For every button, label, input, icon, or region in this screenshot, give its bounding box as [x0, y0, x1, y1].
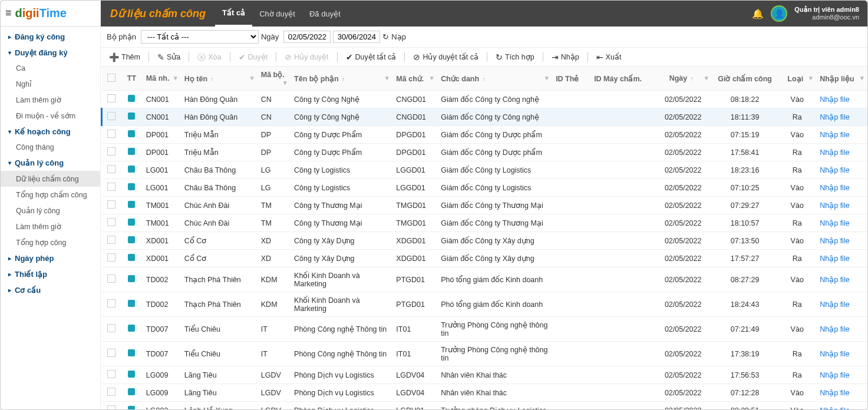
date-to-input[interactable] [333, 31, 380, 43]
col-dept[interactable]: Tên bộ phận ↑▾ [291, 67, 392, 91]
sidebar-group[interactable]: ▸Cơ cấu [1, 282, 100, 298]
sidebar-group[interactable]: ▾Quản lý công [1, 155, 100, 171]
filter-icon[interactable]: ▾ [430, 74, 434, 82]
input-link[interactable]: Nhập file [820, 300, 849, 309]
row-checkbox[interactable] [107, 324, 115, 332]
col-emp-code[interactable]: Mã nh.▾ [143, 67, 181, 91]
filter-icon[interactable]: ▾ [705, 74, 708, 82]
sidebar-item[interactable]: Quản lý công [1, 203, 100, 219]
table-row[interactable]: XD001Cổ CơXDCông ty Xây DựngXDGD01Giám đ… [102, 250, 868, 267]
sidebar-group[interactable]: ▸Ngày phép [1, 250, 100, 266]
table-row[interactable]: CN001Hàn Đông QuânCNCông ty Công NghệCNG… [102, 91, 868, 108]
input-link[interactable]: Nhập file [820, 113, 849, 121]
unapprove-all-button[interactable]: ⊘Hủy duyệt tất cả [411, 52, 481, 61]
export-button[interactable]: ⇤Xuất [594, 52, 624, 61]
filter-icon[interactable]: ▾ [385, 74, 389, 82]
sort-icon[interactable]: ↑ [691, 75, 694, 82]
sidebar-item[interactable]: Nghỉ [1, 76, 100, 92]
input-link[interactable]: Nhập file [820, 95, 849, 104]
row-checkbox[interactable] [107, 236, 115, 244]
input-link[interactable]: Nhập file [820, 406, 849, 409]
col-pos[interactable]: Chức danh ↑▾ [437, 67, 552, 91]
import-button[interactable]: ⇥Nhập [549, 52, 582, 61]
input-link[interactable]: Nhập file [820, 254, 849, 263]
sidebar-item[interactable]: Làm thêm giờ [1, 92, 100, 108]
row-checkbox[interactable] [107, 349, 115, 357]
input-link[interactable]: Nhập file [820, 371, 849, 379]
filter-icon[interactable]: ▾ [283, 79, 287, 87]
row-checkbox[interactable] [107, 405, 115, 409]
bell-icon[interactable]: 🔔 [752, 8, 764, 19]
reload-button[interactable]: ↻ Nạp [382, 32, 406, 41]
col-date[interactable]: Ngày ↑▾ [654, 67, 711, 91]
avatar[interactable]: 👤 [771, 5, 787, 22]
table-row[interactable]: DP001Triệu MẫnDPCông ty Dược PhẩmDPGD01G… [102, 144, 868, 161]
input-link[interactable]: Nhập file [820, 201, 849, 210]
sidebar-item[interactable]: Tổng hợp chấm công [1, 187, 100, 203]
approve-all-button[interactable]: ✔Duyệt tất cả [344, 52, 399, 61]
unapprove-button[interactable]: ⊘Hủy duyệt [282, 52, 331, 61]
row-checkbox[interactable] [107, 165, 115, 173]
sidebar-group[interactable]: ▸Thiết lập [1, 266, 100, 282]
sidebar-item[interactable]: Tổng hợp công [1, 234, 100, 250]
row-checkbox[interactable] [107, 218, 115, 226]
dept-select[interactable]: --- Tất cả --- [141, 30, 259, 44]
input-link[interactable]: Nhập file [820, 166, 849, 174]
col-type[interactable]: Loại▾ [778, 67, 816, 91]
filter-icon[interactable]: ▾ [250, 74, 254, 82]
sort-icon[interactable]: ↑ [342, 76, 345, 82]
input-link[interactable]: Nhập file [820, 148, 849, 157]
table-row[interactable]: LG001Châu Bá ThôngLGCông ty LogisticsLGG… [102, 161, 868, 179]
input-link[interactable]: Nhập file [820, 131, 849, 139]
row-checkbox[interactable] [107, 299, 115, 308]
input-link[interactable]: Nhập file [820, 350, 849, 358]
row-checkbox[interactable] [107, 112, 115, 120]
table-row[interactable]: DP001Triệu MẫnDPCông ty Dược PhẩmDPGD01G… [102, 126, 868, 144]
filter-icon[interactable]: ▾ [174, 74, 177, 82]
table-row[interactable]: CN001Hàn Đông QuânCNCông ty Công NghệCNG… [102, 108, 868, 126]
sidebar-item[interactable]: Đi muộn - về sớm [1, 108, 100, 124]
col-name[interactable]: Họ tên ↑▾ [181, 67, 258, 91]
sidebar-item[interactable]: Công tháng [1, 140, 100, 155]
table-row[interactable]: TD007Tiểu ChiêuITPhòng Công nghệ Thông t… [102, 317, 868, 342]
input-link[interactable]: Nhập file [820, 389, 849, 397]
date-from-input[interactable] [283, 31, 331, 43]
table-row[interactable]: TD002Thạch Phá ThiênKDMKhối Kinh Doanh v… [102, 267, 868, 292]
menu-toggle-icon[interactable]: ≡ [5, 7, 12, 19]
col-input[interactable]: Nhập liệu▾ [816, 67, 867, 91]
col-time[interactable]: Giờ chấm công [712, 67, 778, 91]
col-dept-code[interactable]: Mã bộ.▾ [258, 67, 291, 91]
row-checkbox[interactable] [107, 275, 115, 283]
input-link[interactable]: Nhập file [820, 276, 849, 284]
row-checkbox[interactable] [107, 130, 115, 138]
sidebar-group[interactable]: ▾Kế hoạch công [1, 124, 100, 140]
row-checkbox[interactable] [107, 183, 115, 191]
edit-button[interactable]: ✎Sửa [155, 52, 183, 61]
aggregate-button[interactable]: ↻Tích hợp [493, 52, 537, 61]
sidebar-item[interactable]: Ca [1, 61, 100, 76]
row-checkbox[interactable] [107, 94, 115, 102]
row-checkbox[interactable] [107, 200, 115, 209]
col-pos-code[interactable]: Mã chứ.▾ [392, 67, 437, 91]
select-all-checkbox[interactable] [107, 74, 115, 82]
row-checkbox[interactable] [107, 147, 115, 156]
delete-button[interactable]: ⓧXóa [195, 53, 223, 61]
table-row[interactable]: LG009Lăng TiêuLGDVPhòng Dịch vụ Logistic… [102, 366, 868, 384]
table-row[interactable]: LG009Lăng TiêuLGDVPhòng Dịch vụ Logistic… [102, 384, 868, 402]
sort-icon[interactable]: ↑ [483, 76, 486, 82]
table-row[interactable]: XD001Cổ CơXDCông ty Xây DựngXDGD01Giám đ… [102, 232, 868, 250]
input-link[interactable]: Nhập file [820, 325, 849, 333]
filter-icon[interactable]: ▾ [545, 74, 549, 82]
sidebar-group[interactable]: ▸Đăng ký công [1, 29, 100, 45]
sidebar-group[interactable]: ▾Duyệt đăng ký [1, 45, 100, 61]
header-tab[interactable]: Tất cả [215, 1, 252, 27]
filter-icon[interactable]: ▾ [860, 74, 864, 82]
filter-icon[interactable]: ▾ [809, 74, 813, 82]
user-block[interactable]: Quản trị viên admin8 admin8@ooc.vn [794, 6, 859, 21]
row-checkbox[interactable] [107, 370, 115, 378]
input-link[interactable]: Nhập file [820, 219, 849, 227]
sidebar-item[interactable]: Làm thêm giờ [1, 219, 100, 234]
col-machine[interactable]: ID Máy chấm. [590, 67, 654, 91]
sidebar-item[interactable]: Dữ liệu chấm công [1, 171, 100, 187]
table-row[interactable]: TD007Tiểu ChiêuITPhòng Công nghệ Thông t… [102, 342, 868, 366]
